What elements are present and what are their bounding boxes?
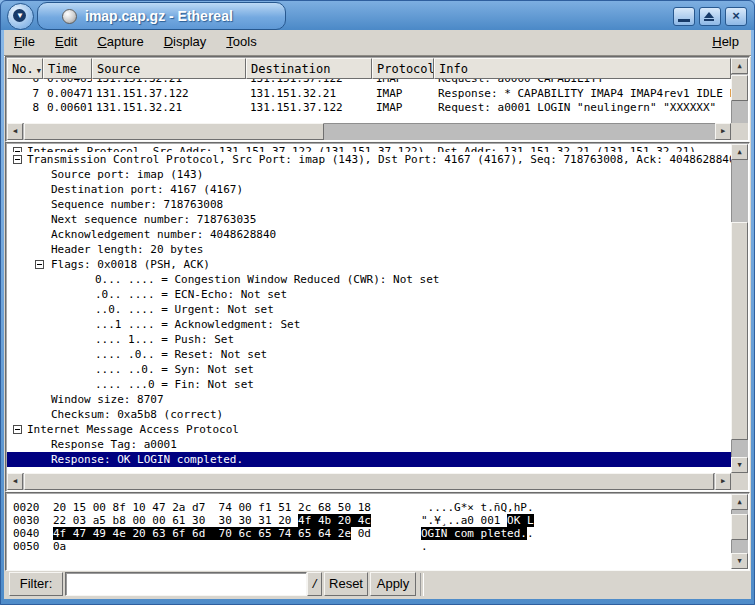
hscroll-thumb[interactable] — [24, 123, 324, 140]
packet-cell-time: 0.004717 — [43, 87, 92, 102]
left-arrow-icon[interactable]: ◀ — [7, 473, 23, 490]
menu-display[interactable]: Display — [154, 30, 217, 52]
packet-row[interactable]: 60.004656131.151.32.21131.151.37.122IMAP… — [7, 79, 731, 87]
tree-row[interactable]: Response Tag: a0001 — [7, 437, 731, 452]
minimize-button[interactable] — [673, 7, 695, 26]
vscroll-thumb[interactable] — [731, 75, 748, 101]
up-arrow-icon[interactable]: ▲ — [731, 494, 748, 510]
close-button[interactable]: × — [725, 7, 747, 26]
menu-capture[interactable]: Capture — [87, 30, 153, 52]
column-header-no[interactable]: No.▼ — [7, 58, 43, 79]
tree-row[interactable]: Next sequence number: 718763035 — [7, 212, 731, 227]
menu-label-first-letter: F — [14, 34, 22, 49]
hex-vscrollbar[interactable]: ▲ ▼ — [731, 494, 748, 569]
filter-input[interactable] — [65, 572, 307, 596]
hex-row[interactable]: 003022 03 a5 b8 00 00 61 30 30 30 31 20 … — [7, 514, 731, 527]
hscroll-thumb[interactable] — [24, 473, 714, 490]
tree-vscrollbar[interactable]: ▲ ▼ — [731, 144, 748, 473]
up-arrow-icon[interactable]: ▲ — [731, 144, 748, 160]
column-header-info[interactable]: Info — [434, 58, 731, 79]
menu-file[interactable]: File — [4, 30, 45, 52]
menu-edit[interactable]: Edit — [45, 30, 87, 52]
tree-row[interactable]: Window size: 8707 — [7, 392, 731, 407]
tree-row[interactable]: Sequence number: 718763008 — [7, 197, 731, 212]
ethereal-app-icon — [62, 9, 77, 24]
filter-expression-button[interactable]: / — [307, 572, 322, 596]
tree-row-label: ...1 .... = Acknowledgment: Set — [7, 317, 300, 332]
vscroll-thumb[interactable] — [731, 514, 748, 540]
window-controls: × — [673, 7, 747, 26]
reset-button[interactable]: Reset — [324, 572, 368, 596]
ascii-segment: ....G*× t.ñQ,hP. — [421, 501, 534, 514]
tree-row[interactable]: Internet Message Access Protocol — [7, 422, 731, 437]
hex-ascii: . — [421, 540, 428, 553]
tree-row[interactable]: Source port: imap (143) — [7, 167, 731, 182]
menu-tools[interactable]: Tools — [216, 30, 266, 52]
hex-row[interactable]: 002020 15 00 8f 10 47 2a d7 74 00 f1 51 … — [7, 501, 731, 514]
tree-row-label: Internet Protocol, Src Addr: 131.151.37.… — [7, 144, 696, 152]
tree-row[interactable]: 0... .... = Congestion Window Reduced (C… — [7, 272, 731, 287]
column-header-destination[interactable]: Destination — [246, 58, 372, 79]
tree-row[interactable]: .... ...0 = Fin: Not set — [7, 377, 731, 392]
left-arrow-icon[interactable]: ◀ — [7, 123, 23, 140]
filter-button[interactable]: Filter: — [9, 572, 63, 596]
tree-row[interactable]: Destination port: 4167 (4167) — [7, 182, 731, 197]
hex-row[interactable]: 00500a. — [7, 540, 731, 553]
tree-row-label: .0.. .... = ECN-Echo: Not set — [7, 287, 287, 302]
maximize-button[interactable] — [699, 7, 721, 26]
collapse-expander-icon[interactable] — [13, 425, 22, 434]
tree-row[interactable]: ..0. .... = Urgent: Not set — [7, 302, 731, 317]
collapse-expander-icon[interactable] — [13, 155, 22, 164]
hex-bytes: 0a — [53, 540, 66, 553]
column-header-source[interactable]: Source — [92, 58, 246, 79]
up-arrow-icon[interactable]: ▲ — [731, 58, 748, 74]
packet-cell-no: 7 — [7, 87, 43, 102]
tree-row-label: .... 1... = Push: Set — [7, 332, 234, 347]
title-bar[interactable]: ▼ imap.cap.gz - Ethereal × — [0, 0, 755, 30]
maximize-icon — [704, 12, 714, 18]
tree-row-label: .... ...0 = Fin: Not set — [7, 377, 254, 392]
packet-row[interactable]: 70.004717131.151.37.122131.151.32.21IMAP… — [7, 87, 731, 102]
tree-row[interactable]: Header length: 20 bytes — [7, 242, 731, 257]
ascii-segment: . — [527, 527, 534, 540]
tree-row[interactable]: Response: OK LOGIN completed. — [7, 452, 731, 467]
ascii-highlight: OGIN com pleted. — [421, 527, 527, 540]
tree-row[interactable]: Checksum: 0xa5b8 (correct) — [7, 407, 731, 422]
packet-list-header: No.▼TimeSourceDestinationProtocolInfo — [7, 58, 731, 79]
tree-row[interactable]: ...1 .... = Acknowledgment: Set — [7, 317, 731, 332]
menu-help[interactable]: Help — [708, 34, 743, 49]
packet-row[interactable]: 80.006013131.151.32.21131.151.37.122IMAP… — [7, 101, 731, 116]
tree-row[interactable]: Flags: 0x0018 (PSH, ACK) — [7, 257, 731, 272]
column-header-time[interactable]: Time — [43, 58, 92, 79]
tree-row[interactable]: .0.. .... = ECN-Echo: Not set — [7, 287, 731, 302]
menu-label-first-letter: H — [712, 34, 721, 49]
window-menu-button[interactable]: ▼ — [7, 3, 34, 30]
column-header-protocol[interactable]: Protocol — [372, 58, 434, 79]
tree-row[interactable]: .... ..0. = Syn: Not set — [7, 362, 731, 377]
packet-list-hscrollbar[interactable]: ◀ ▶ — [7, 123, 731, 140]
tree-row[interactable]: Acknowledgement number: 4048628840 — [7, 227, 731, 242]
right-arrow-icon[interactable]: ▶ — [715, 473, 731, 490]
close-icon: × — [726, 8, 746, 24]
tree-hscrollbar[interactable]: ◀ ▶ — [7, 473, 731, 490]
menu-label-first-letter: T — [226, 34, 233, 49]
right-arrow-icon[interactable]: ▶ — [715, 123, 731, 140]
hex-row[interactable]: 00404f 47 49 4e 20 63 6f 6d 70 6c 65 74 … — [7, 527, 731, 540]
minimize-icon — [678, 19, 690, 22]
collapse-expander-icon[interactable] — [35, 260, 44, 269]
packet-cell-info: Request: a0000 CAPABILITY — [434, 79, 731, 87]
tree-row-label: Sequence number: 718763008 — [7, 197, 223, 212]
tree-row[interactable]: Transmission Control Protocol, Src Port:… — [7, 152, 731, 167]
hex-bytes: 22 03 a5 b8 00 00 61 30 30 30 31 20 4f 4… — [53, 514, 371, 527]
down-arrow-icon[interactable]: ▼ — [731, 553, 748, 569]
apply-button[interactable]: Apply — [370, 572, 416, 596]
tree-row[interactable]: .... 1... = Push: Set — [7, 332, 731, 347]
tree-row[interactable]: .... .0.. = Reset: Not set — [7, 347, 731, 362]
vscroll-thumb[interactable] — [731, 222, 748, 440]
tree-row[interactable]: Internet Protocol, Src Addr: 131.151.37.… — [7, 144, 731, 152]
chevron-down-icon: ▼ — [13, 9, 26, 22]
tree-row-label: .... .0.. = Reset: Not set — [7, 347, 267, 362]
down-arrow-icon[interactable]: ▼ — [731, 457, 748, 473]
hex-bytes: 20 15 00 8f 10 47 2a d7 74 00 f1 51 2c 6… — [53, 501, 371, 514]
tree-row-label: Transmission Control Protocol, Src Port:… — [7, 152, 731, 167]
